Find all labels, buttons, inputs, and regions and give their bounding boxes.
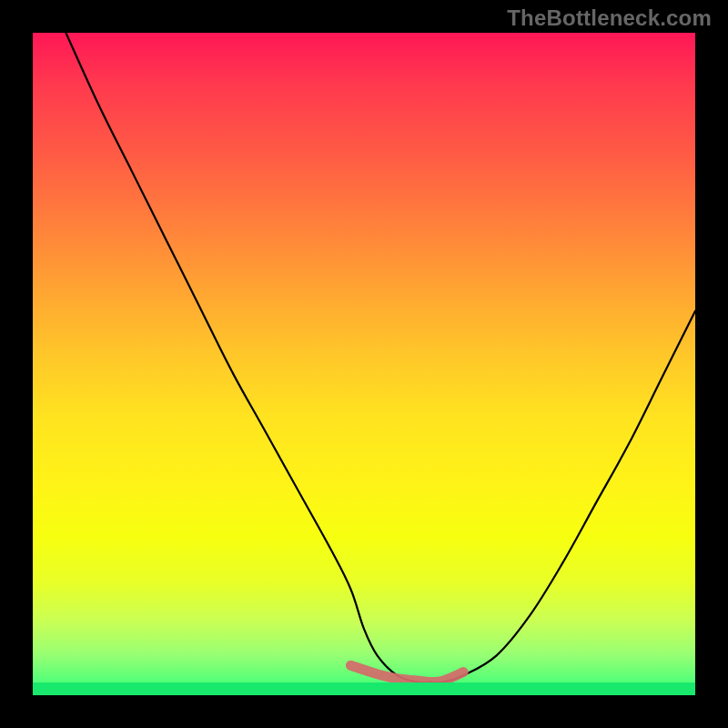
curve-layer [33, 33, 695, 695]
optimal-band-line [350, 665, 463, 682]
chart-stage: TheBottleneck.com [0, 0, 728, 728]
bottleneck-curve-line [66, 33, 695, 682]
plot-area [33, 33, 695, 695]
watermark-text: TheBottleneck.com [507, 5, 712, 31]
